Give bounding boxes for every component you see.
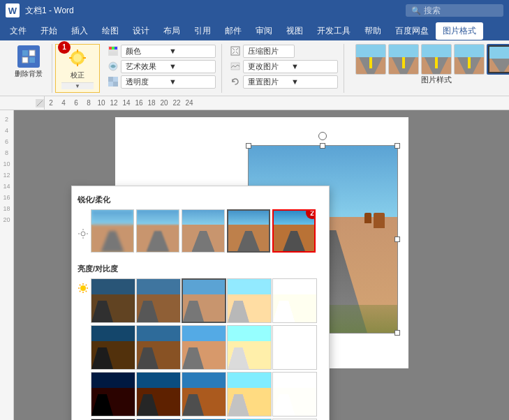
menu-home[interactable]: 开始 bbox=[34, 22, 64, 40]
menu-help[interactable]: 帮助 bbox=[357, 22, 388, 40]
sharpen-section-title: 锐化/柔化 bbox=[78, 195, 323, 205]
svg-rect-29 bbox=[422, 45, 451, 57]
rotate-handle[interactable] bbox=[318, 132, 327, 140]
style-item-4[interactable] bbox=[454, 44, 485, 75]
art-effects-label: 艺术效果 bbox=[126, 61, 168, 72]
change-pic-label: 更改图片 bbox=[248, 61, 290, 72]
bright-thumb-13[interactable] bbox=[182, 372, 226, 417]
menu-view[interactable]: 视图 bbox=[279, 22, 310, 40]
style-item-3[interactable] bbox=[421, 44, 452, 75]
svg-rect-33 bbox=[455, 45, 484, 57]
sharpen-thumb-2[interactable] bbox=[136, 209, 179, 253]
handle-top-left[interactable] bbox=[246, 143, 251, 149]
transparency-icon bbox=[108, 77, 118, 87]
bright-thumb-4[interactable] bbox=[227, 278, 272, 323]
brightness-icon bbox=[78, 283, 89, 294]
menu-layout[interactable]: 布局 bbox=[156, 22, 187, 40]
bright-thumb-8[interactable] bbox=[182, 325, 226, 370]
bright-thumb-14[interactable] bbox=[227, 372, 272, 417]
color-dropdown[interactable]: 颜色 ▼ bbox=[121, 45, 216, 58]
bright-thumb-5[interactable] bbox=[272, 278, 317, 323]
menu-references[interactable]: 引用 bbox=[187, 22, 218, 40]
handle-middle-right[interactable] bbox=[394, 237, 400, 242]
bright-thumb-7[interactable] bbox=[136, 325, 181, 370]
menu-file[interactable]: 文件 bbox=[3, 22, 34, 40]
svg-rect-14 bbox=[109, 52, 117, 55]
remove-bg-button[interactable]: 删除背景 bbox=[11, 44, 46, 80]
menu-developer[interactable]: 开发工具 bbox=[310, 22, 357, 40]
ribbon-group-actions: 压缩图片 更改图片 ▼ 重置图片 ▼ bbox=[225, 44, 344, 93]
bright-thumb-10[interactable] bbox=[272, 325, 317, 370]
sharpen-thumb-4[interactable] bbox=[227, 209, 270, 253]
bright-thumb-6[interactable] bbox=[91, 325, 135, 370]
vmark-4: 4 bbox=[0, 125, 13, 136]
vmark-12: 12 bbox=[0, 170, 13, 181]
menu-review[interactable]: 审阅 bbox=[249, 22, 279, 40]
handle-bottom-right[interactable] bbox=[394, 330, 400, 336]
styles-row bbox=[355, 44, 509, 75]
chevron-down-icon: ▼ bbox=[75, 83, 80, 89]
ribbon: 删除背景 校正 1 bbox=[0, 40, 509, 96]
ruler-mark-2: 2 bbox=[45, 99, 57, 107]
ruler-mark-12: 12 bbox=[108, 99, 120, 107]
bright-thumb-3[interactable] bbox=[182, 278, 226, 323]
bright-thumb-2[interactable] bbox=[136, 278, 181, 323]
style-item-2[interactable] bbox=[388, 44, 419, 75]
bright-thumb-9[interactable] bbox=[227, 325, 272, 370]
sharpen-row: 锐化: 50% 2 bbox=[78, 209, 323, 258]
style-item-1[interactable] bbox=[355, 44, 386, 75]
color-control-row: 颜色 ▼ bbox=[108, 44, 216, 59]
chevron-icon: ▼ bbox=[169, 47, 211, 55]
menu-mailings[interactable]: 邮件 bbox=[218, 22, 249, 40]
mini-road-1 bbox=[91, 210, 133, 252]
svg-line-56 bbox=[86, 285, 87, 285]
sharpen-thumb-3[interactable] bbox=[182, 209, 225, 253]
brightness-grid bbox=[91, 278, 323, 420]
transparency-dropdown[interactable]: 透明度 ▼ bbox=[121, 75, 216, 89]
compress-icon bbox=[230, 46, 240, 56]
svg-rect-11 bbox=[109, 47, 112, 50]
change-pic-btn[interactable]: 更改图片 ▼ bbox=[243, 60, 338, 73]
art-effects-icon bbox=[108, 61, 118, 71]
menu-insert[interactable]: 插入 bbox=[64, 22, 95, 40]
menu-baidu[interactable]: 百度网盘 bbox=[388, 22, 436, 40]
change-pic-row: 更改图片 ▼ bbox=[230, 59, 338, 74]
title-search-box[interactable]: 🔍 bbox=[406, 4, 503, 17]
brightness-row-container bbox=[78, 278, 323, 420]
document-content[interactable]: 锐化/柔化 bbox=[14, 110, 509, 420]
compress-label: 压缩图片 bbox=[248, 46, 290, 57]
svg-line-53 bbox=[80, 285, 80, 285]
bright-thumb-15[interactable] bbox=[272, 372, 317, 417]
handle-top-center[interactable] bbox=[320, 143, 325, 149]
ruler-mark-10: 10 bbox=[95, 99, 108, 107]
ruler-mark-18: 18 bbox=[145, 99, 158, 107]
style-item-5[interactable] bbox=[487, 44, 509, 75]
menu-draw[interactable]: 绘图 bbox=[95, 22, 126, 40]
handle-top-right[interactable] bbox=[394, 143, 400, 149]
svg-rect-25 bbox=[389, 45, 418, 57]
svg-rect-38 bbox=[489, 46, 509, 58]
bright-thumb-1[interactable] bbox=[91, 278, 135, 323]
reset-pic-row: 重置图片 ▼ bbox=[230, 75, 338, 89]
ruler-mark-14: 14 bbox=[120, 99, 133, 107]
bright-thumb-11[interactable] bbox=[91, 372, 135, 417]
compress-row: 压缩图片 bbox=[230, 44, 338, 59]
ruler-mark-22: 22 bbox=[170, 99, 183, 107]
bright-thumb-12[interactable] bbox=[136, 372, 181, 417]
compress-btn[interactable]: 压缩图片 bbox=[243, 45, 295, 58]
menu-picture-format[interactable]: 图片格式 bbox=[436, 22, 483, 40]
title-bar: W 文档1 - Word 🔍 bbox=[0, 0, 509, 21]
ruler-corner-icon bbox=[36, 99, 44, 107]
sharpen-thumb-5[interactable]: 锐化: 50% 2 bbox=[272, 209, 316, 253]
correction-panel: 锐化/柔化 bbox=[71, 186, 330, 420]
sharpen-thumb-1[interactable] bbox=[91, 209, 134, 253]
correction-button[interactable]: 校正 1 bbox=[61, 45, 94, 82]
svg-rect-2 bbox=[22, 57, 28, 63]
correction-dropdown-arrow[interactable]: ▼ bbox=[61, 82, 94, 89]
art-effects-dropdown[interactable]: 艺术效果 ▼ bbox=[121, 60, 216, 73]
reset-pic-btn[interactable]: 重置图片 ▼ bbox=[243, 75, 338, 89]
svg-rect-1 bbox=[29, 50, 35, 56]
vmark-18: 18 bbox=[0, 203, 13, 214]
menu-design[interactable]: 设计 bbox=[126, 22, 156, 40]
search-input[interactable] bbox=[424, 6, 494, 15]
